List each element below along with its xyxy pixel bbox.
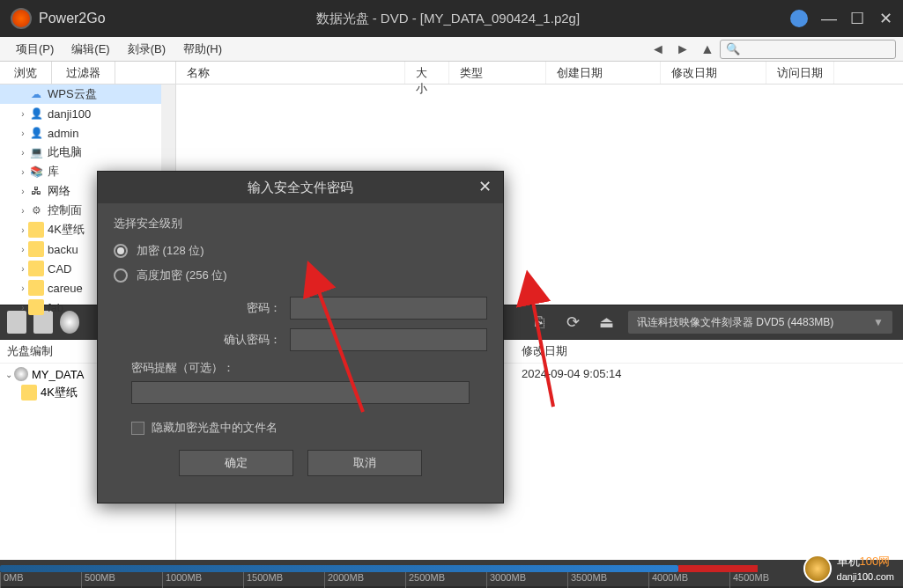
col-modified[interactable]: 修改日期: [661, 62, 766, 84]
cancel-button[interactable]: 取消: [307, 450, 422, 476]
tree-item[interactable]: ☁WPS云盘: [0, 85, 175, 104]
window-title: 数据光盘 - DVD - [MY_DATA_090424_1.p2g]: [106, 11, 790, 27]
user-icon: 👤: [28, 125, 44, 141]
folder-icon: [21, 385, 37, 401]
security-level-label: 选择安全级别: [114, 216, 487, 232]
cloud-icon: ☁: [28, 86, 44, 102]
menu-edit[interactable]: 编辑(E): [63, 40, 118, 59]
capacity-tick: 1500MB: [243, 572, 283, 588]
tabs-row: 浏览 过滤器 名称 大小 类型 创建日期 修改日期 访问日期: [0, 62, 903, 85]
confirm-password-input[interactable]: [290, 328, 487, 351]
tree-item[interactable]: ›💻此电脑: [0, 143, 175, 162]
user-icon: 👤: [28, 106, 44, 121]
ok-button[interactable]: 确定: [179, 450, 293, 476]
hide-filenames-checkbox[interactable]: 隐藏加密光盘中的文件名: [114, 413, 487, 439]
password-input[interactable]: [290, 297, 487, 320]
menu-help[interactable]: 帮助(H): [174, 40, 231, 59]
capacity-tick: 3500MB: [567, 572, 607, 588]
confirm-label: 确认密码：: [114, 332, 290, 348]
tree-item[interactable]: ›👤admin: [0, 123, 175, 143]
dialog-title: 输入安全文件密码 ✕: [98, 172, 503, 203]
titlebar: Power2Go 数据光盘 - DVD - [MY_DATA_090424_1.…: [0, 0, 903, 37]
watermark-icon: [803, 555, 832, 583]
folder-icon: [28, 299, 44, 315]
disc-icon: [14, 367, 28, 381]
back-icon[interactable]: ◄: [649, 40, 667, 58]
col-accessed[interactable]: 访问日期: [766, 62, 834, 84]
app-name: Power2Go: [39, 11, 106, 26]
radio-icon: [114, 244, 128, 258]
col-size[interactable]: 大小: [405, 62, 449, 84]
folder-icon: [28, 280, 44, 296]
hint-input[interactable]: [131, 381, 470, 404]
password-dialog: 输入安全文件密码 ✕ 选择安全级别 加密 (128 位) 高度加密 (256 位…: [97, 171, 504, 503]
capacity-tick: 2000MB: [324, 572, 364, 588]
watermark: 单机100网danji100.com: [803, 554, 894, 583]
row-date: 2024-09-04 9:05:14: [511, 367, 632, 380]
pc-icon: 💻: [28, 144, 44, 160]
hint-label: 密码提醒（可选）：: [114, 360, 487, 376]
capacity-tick: 0MB: [0, 572, 24, 588]
forward-icon[interactable]: ►: [674, 40, 692, 58]
menu-project[interactable]: 项目(P): [7, 40, 63, 59]
col-type[interactable]: 类型: [449, 62, 546, 84]
lib-icon: 📚: [28, 164, 44, 180]
tab-filter[interactable]: 过滤器: [52, 62, 115, 84]
rcol-modified[interactable]: 修改日期: [511, 343, 578, 359]
device-dropdown[interactable]: 讯连科技映像文件刻录器 DVD5 (4483MB) ▼: [628, 311, 892, 334]
folder-icon: [28, 222, 44, 238]
col-created[interactable]: 创建日期: [546, 62, 661, 84]
maximize-button[interactable]: ☐: [850, 11, 864, 26]
radio-128bit[interactable]: 加密 (128 位): [114, 239, 487, 263]
insert-icon[interactable]: ⎘: [528, 311, 551, 334]
menubar: 项目(P) 编辑(E) 刻录(B) 帮助(H) ◄ ► ▲ 🔍: [0, 37, 903, 62]
up-icon[interactable]: ▲: [699, 40, 716, 58]
net-icon: 🖧: [28, 183, 44, 199]
folder-icon: [28, 241, 44, 257]
chevron-down-icon: ▼: [873, 316, 884, 328]
minimize-button[interactable]: —: [822, 11, 836, 26]
radio-256bit[interactable]: 高度加密 (256 位): [114, 263, 487, 288]
search-icon: 🔍: [726, 42, 740, 55]
capacity-tick: 1000MB: [162, 572, 202, 588]
dialog-close-button[interactable]: ✕: [475, 177, 494, 196]
folder-icon: [28, 261, 44, 276]
tab-browse[interactable]: 浏览: [0, 62, 52, 84]
eject-icon[interactable]: ⏏: [595, 311, 618, 334]
capacity-tick: 4000MB: [648, 572, 688, 588]
ctrl-icon: ⚙: [28, 202, 44, 218]
capacity-tick: 2500MB: [405, 572, 445, 588]
app-icon: [11, 8, 32, 29]
device-label: 讯连科技映像文件刻录器 DVD5 (4483MB): [637, 315, 833, 330]
capacity-bar: 0MB500MB1000MB1500MB2000MB2500MB3000MB35…: [0, 560, 903, 586]
search-input[interactable]: 🔍: [720, 40, 896, 59]
capacity-tick: 4500MB: [729, 572, 769, 588]
capacity-tick: 500MB: [81, 572, 115, 588]
menu-burn[interactable]: 刻录(B): [119, 40, 174, 59]
notification-icon[interactable]: [790, 10, 808, 27]
tree-item[interactable]: ›👤danji100: [0, 104, 175, 123]
password-label: 密码：: [114, 300, 290, 316]
col-name[interactable]: 名称: [176, 62, 405, 84]
refresh-icon[interactable]: ⟳: [561, 311, 584, 334]
radio-icon: [114, 268, 128, 283]
close-button[interactable]: ✕: [878, 11, 892, 26]
checkbox-icon: [131, 422, 144, 435]
capacity-tick: 3000MB: [486, 572, 526, 588]
